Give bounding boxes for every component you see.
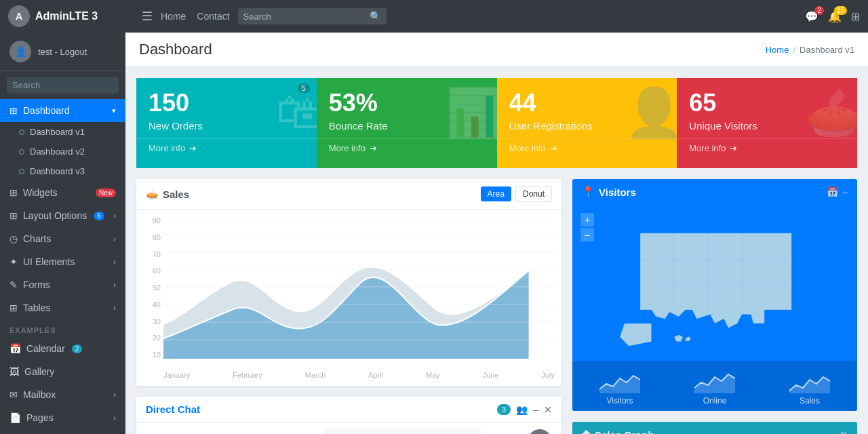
arrow-icon: ➜ (550, 143, 557, 153)
chat-close-icon[interactable]: ✕ (544, 404, 552, 415)
vis-more-info[interactable]: More info ➜ (677, 138, 857, 157)
sidebar-item-widgets[interactable]: ⊞ Widgets New (0, 181, 125, 204)
sidebar-item-mailbox[interactable]: ✉ Mailbox › (0, 383, 125, 406)
sales-graph-header: ✥ Sales Graph – ✕ (572, 422, 857, 434)
sidebar-item-label: Gallery (24, 366, 54, 377)
sidebar-item-layout-options[interactable]: ⊞ Layout Options 6 › (0, 204, 125, 227)
chart-svg-area (163, 216, 555, 359)
bounce-more-info[interactable]: More info ➜ (317, 138, 497, 157)
navbar-search-input[interactable] (243, 12, 366, 22)
zoom-in-button[interactable]: + (580, 213, 594, 226)
chevron-right-icon: › (113, 414, 116, 422)
direct-chat-card: Direct Chat 3 👥 – ✕ 👤 (136, 397, 561, 434)
page-title: Dashboard (139, 41, 212, 58)
chat-users-icon[interactable]: 👥 (516, 404, 528, 415)
apps-icon-btn[interactable]: ⊞ (851, 10, 860, 23)
chart-donut-button[interactable]: Donut (515, 186, 552, 202)
gallery-icon: 🖼 (9, 366, 19, 377)
chart-x-labels: JanuaryFebruaryMarchAprilMayJuneJuly (163, 371, 555, 379)
minimize-icon[interactable]: – (842, 186, 848, 197)
navbar-search-box: 🔍 (238, 8, 387, 24)
chevron-right-icon: › (113, 281, 116, 289)
sidebar-item-dashboard-v1[interactable]: Dashboard v1 (0, 122, 125, 142)
sidebar-search-input[interactable] (7, 77, 119, 94)
sidebar-item-dashboard-v2[interactable]: Dashboard v2 (0, 142, 125, 161)
chat-count-badge: 3 (497, 404, 511, 415)
brand: A AdminLTE 3 (8, 5, 134, 27)
ui-icon: ✦ (9, 256, 18, 267)
sidebar-item-label: UI Elements (23, 256, 75, 267)
sidebar-item-ui-elements[interactable]: ✦ UI Elements › (0, 250, 125, 273)
sidebar-item-label: Pages (26, 412, 54, 423)
sidebar-item-label: Mailbox (23, 389, 56, 400)
map-zoom-controls: + – (580, 213, 594, 241)
forms-icon: ✎ (9, 279, 18, 290)
sidebar-toggle[interactable]: ☰ (142, 9, 153, 24)
main-content-row: 🥧 Sales Area Donut 90807060504 (136, 179, 857, 434)
avatar: 👤 (9, 41, 31, 62)
arrow-icon: ➜ (189, 143, 197, 153)
calendar-icon[interactable]: 📅 (827, 186, 838, 197)
sidebar-item-forms[interactable]: ✎ Forms › (0, 273, 125, 296)
sales-sparkline (762, 366, 857, 393)
visitors-map: + – (572, 205, 857, 361)
sidebar-item-label: Calendar (26, 343, 65, 354)
sidebar-sub-label: Dashboard v1 (30, 127, 85, 137)
visitors-sparkline (572, 366, 667, 393)
sales-chart-header: 🥧 Sales Area Donut (136, 179, 561, 210)
usa-map-svg (606, 215, 823, 351)
sales-chart-tools: Area Donut (481, 186, 552, 202)
breadcrumb: Home / Dashboard v1 (766, 45, 854, 55)
chevron-right-icon: › (113, 235, 116, 243)
visitors-header: 📍 Visitors 📅 – (572, 179, 857, 205)
nav-home[interactable]: Home (161, 11, 186, 22)
navbar-right: 💬 2 🔔 15 ⊞ (805, 10, 860, 23)
zoom-out-button[interactable]: – (580, 228, 594, 241)
chevron-down-icon: ▾ (112, 106, 116, 115)
content-wrapper: Dashboard Home / Dashboard v1 5 150 New … (125, 33, 868, 434)
breadcrumb-home[interactable]: Home (766, 45, 789, 55)
sidebar-item-tables[interactable]: ⊞ Tables › (0, 296, 125, 319)
stat-card-bounce: 53% Bounce Rate 📊 More info ➜ (317, 78, 497, 168)
content-body: 5 150 New Orders 🛍 More info ➜ 53% Bounc… (125, 67, 868, 434)
orders-more-info[interactable]: More info ➜ (136, 138, 317, 157)
breadcrumb-separator: / (793, 45, 795, 55)
sales-chart-card: 🥧 Sales Area Donut 90807060504 (136, 179, 561, 386)
pin-icon: 📍 (582, 186, 595, 198)
chat-avatar: 👤 (528, 429, 552, 434)
chat-icon-btn[interactable]: 💬 2 (805, 10, 818, 23)
arrow-icon: ➜ (370, 143, 377, 153)
online-stat: Online (667, 366, 762, 406)
reg-more-info[interactable]: More info ➜ (497, 138, 677, 157)
sidebar-item-dashboard-v3[interactable]: Dashboard v3 (0, 161, 125, 181)
sidebar-item-dashboard[interactable]: ⊞ Dashboard ▾ (0, 99, 125, 122)
sales-graph-tools: – ✕ (830, 429, 848, 434)
breadcrumb-current: Dashboard v1 (800, 45, 854, 55)
stat-card-registrations: 44 User Registrations 👤 More info ➜ (497, 78, 677, 168)
chat-message: 👤 Is this template ready for more and in… (146, 429, 552, 434)
direct-chat-tools: 3 👥 – ✕ (497, 404, 552, 415)
sidebar-item-charts[interactable]: ◷ Charts › (0, 227, 125, 250)
sidebar-item-label: Layout Options (23, 210, 87, 221)
circle-icon (19, 149, 24, 155)
online-sparkline (667, 366, 762, 393)
sidebar-item-gallery[interactable]: 🖼 Gallery (0, 360, 125, 383)
sg-minimize-icon[interactable]: – (830, 429, 835, 434)
notification-icon-btn[interactable]: 🔔 15 (828, 10, 842, 23)
orders-icon: 🛍 (276, 85, 317, 139)
dashboard-icon: ⊞ (9, 105, 18, 116)
chat-minimize-icon[interactable]: – (533, 404, 538, 415)
new-badge: New (96, 189, 116, 197)
notification-badge: 15 (834, 6, 847, 15)
stat-card-orders: 5 150 New Orders 🛍 More info ➜ (136, 78, 317, 168)
chat-body: 👤 Is this template ready for more and in… (136, 422, 561, 434)
sidebar-item-pages[interactable]: 📄 Pages › (0, 406, 125, 429)
sg-close-icon[interactable]: ✕ (840, 429, 848, 434)
user-logout-link[interactable]: test - Logout (38, 47, 87, 57)
sidebar-item-label: Forms (23, 279, 50, 290)
nav-contact[interactable]: Contact (197, 11, 229, 22)
sidebar-item-calendar[interactable]: 📅 Calendar 2 (0, 337, 125, 360)
calendar-icon: 📅 (9, 343, 21, 354)
chart-icon: 🥧 (146, 188, 159, 200)
chart-area-button[interactable]: Area (481, 186, 511, 201)
